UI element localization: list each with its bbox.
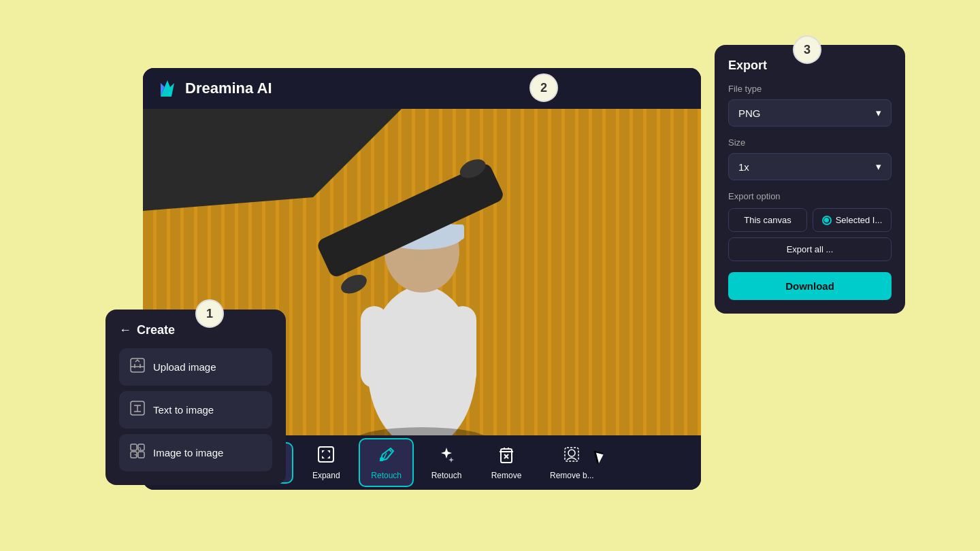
svg-rect-53 — [449, 306, 476, 388]
svg-rect-38 — [619, 109, 630, 442]
create-panel: ← Create Upload image Text to image — [105, 310, 286, 485]
file-type-value: PNG — [738, 107, 761, 119]
svg-rect-34 — [565, 109, 575, 442]
retouch2-label: Retouch — [431, 471, 462, 480]
remove-bg-label: Remove b... — [550, 471, 594, 480]
file-type-label: File type — [728, 84, 892, 94]
svg-rect-55 — [318, 447, 333, 462]
text-to-image-item[interactable]: Text to image — [119, 391, 272, 429]
remove-bg-icon — [562, 445, 581, 468]
svg-rect-36 — [592, 109, 602, 442]
svg-point-62 — [568, 450, 575, 456]
file-type-chevron: ▾ — [876, 107, 881, 119]
svg-rect-66 — [138, 444, 144, 450]
text-to-image-label: Text to image — [153, 404, 214, 416]
selected-button[interactable]: Selected I... — [813, 208, 892, 232]
canvas-header: Dreamina AI — [143, 68, 701, 109]
radio-dot — [822, 216, 832, 225]
retouch2-button[interactable]: Retouch — [419, 439, 474, 486]
size-value: 1x — [738, 161, 749, 173]
svg-rect-41 — [660, 109, 670, 442]
expand-icon — [316, 445, 336, 468]
upload-image-item[interactable]: Upload image — [119, 348, 272, 386]
step-badge-2: 2 — [529, 73, 558, 102]
size-chevron: ▾ — [876, 161, 881, 173]
size-select[interactable]: 1x ▾ — [728, 153, 892, 180]
app-title: Dreamina AI — [185, 80, 272, 97]
remove-label: Remove — [491, 471, 522, 480]
this-canvas-button[interactable]: This canvas — [728, 208, 807, 232]
svg-rect-37 — [606, 109, 616, 442]
size-label: Size — [728, 137, 892, 148]
retouch-active-label: Retouch — [371, 471, 402, 480]
step-badge-3: 3 — [793, 35, 821, 64]
svg-rect-43 — [687, 109, 698, 442]
logo-icon — [157, 78, 178, 99]
svg-rect-30 — [510, 109, 521, 442]
create-header: ← Create — [119, 323, 272, 337]
image-to-image-item[interactable]: Image to image — [119, 434, 272, 471]
export-all-button[interactable]: Export all ... — [728, 237, 892, 261]
export-option-label: Export option — [728, 191, 892, 201]
svg-rect-40 — [647, 109, 657, 442]
svg-rect-35 — [578, 109, 589, 442]
svg-rect-28 — [483, 109, 493, 442]
export-options-row: This canvas Selected I... — [728, 208, 892, 232]
create-title: Create — [137, 323, 175, 337]
svg-rect-52 — [361, 306, 388, 388]
svg-rect-39 — [633, 109, 643, 442]
upload-image-label: Upload image — [153, 361, 216, 373]
svg-rect-65 — [131, 444, 137, 450]
retouch-active-button[interactable]: Retouch — [359, 438, 414, 487]
svg-rect-32 — [538, 109, 548, 442]
retouch-active-icon — [377, 445, 396, 468]
upload-icon — [130, 358, 145, 376]
text-to-image-icon — [130, 401, 145, 419]
file-type-select[interactable]: PNG ▾ — [728, 99, 892, 127]
svg-rect-29 — [497, 109, 507, 442]
expand-label: Expand — [312, 471, 340, 480]
svg-rect-68 — [138, 452, 144, 458]
expand-button[interactable]: Expand — [299, 439, 353, 486]
back-icon[interactable]: ← — [119, 323, 131, 337]
download-button[interactable]: Download — [728, 272, 892, 300]
svg-rect-31 — [524, 109, 534, 442]
remove-button[interactable]: Remove — [479, 439, 534, 486]
svg-rect-33 — [551, 109, 561, 442]
svg-rect-42 — [674, 109, 684, 442]
image-to-image-icon — [130, 444, 145, 462]
image-to-image-label: Image to image — [153, 447, 223, 458]
retouch2-icon — [437, 445, 456, 468]
remove-icon — [497, 445, 516, 468]
svg-point-56 — [380, 457, 384, 461]
step-badge-1: 1 — [195, 299, 224, 328]
export-panel: Export File type PNG ▾ Size 1x ▾ Export … — [715, 45, 905, 314]
